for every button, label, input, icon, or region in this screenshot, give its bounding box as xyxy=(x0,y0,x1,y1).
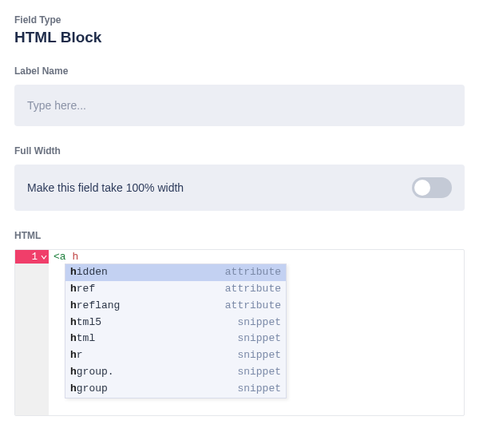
code-token-tag: <a xyxy=(53,251,72,263)
gutter-line-1[interactable]: 1 xyxy=(15,250,49,264)
full-width-row: Make this field take 100% width xyxy=(14,165,465,211)
code-rest[interactable]: hiddenattributehrefattributehreflangattr… xyxy=(49,264,464,415)
autocomplete-item-label: html xyxy=(70,331,95,347)
label-name-label: Label Name xyxy=(14,65,465,77)
code-content[interactable]: <a h xyxy=(49,250,464,264)
autocomplete-item[interactable]: htmlsnippet xyxy=(65,331,286,347)
autocomplete-item[interactable]: hrefattribute xyxy=(65,281,286,298)
code-token-attr: h xyxy=(72,251,78,263)
autocomplete-item-label: html5 xyxy=(70,315,101,331)
full-width-desc: Make this field take 100% width xyxy=(27,181,184,194)
autocomplete-popup[interactable]: hiddenattributehrefattributehreflangattr… xyxy=(65,264,287,398)
field-type-value: HTML Block xyxy=(14,29,465,46)
autocomplete-item-label: hreflang xyxy=(70,299,120,314)
autocomplete-item[interactable]: hrsnippet xyxy=(65,347,286,364)
fold-icon[interactable] xyxy=(41,254,47,260)
autocomplete-item-label: hr xyxy=(70,348,83,363)
autocomplete-item-kind: attribute xyxy=(225,282,281,297)
autocomplete-item-label: hgroup. xyxy=(70,365,114,380)
code-line-1[interactable]: 1 <a h xyxy=(15,250,464,264)
label-name-input[interactable] xyxy=(14,85,465,126)
autocomplete-item[interactable]: hreflangattribute xyxy=(65,298,286,315)
field-type-label: Field Type xyxy=(14,14,465,26)
autocomplete-item-label: hgroup xyxy=(70,382,108,397)
html-editor[interactable]: 1 <a h hiddenattributehrefattributehrefl… xyxy=(14,249,465,416)
autocomplete-item-kind: snippet xyxy=(237,331,281,347)
autocomplete-item-kind: snippet xyxy=(237,348,281,363)
autocomplete-item-label: href xyxy=(70,282,95,297)
autocomplete-item-label: hidden xyxy=(70,265,108,280)
autocomplete-item[interactable]: hgroup.snippet xyxy=(65,364,286,381)
gutter-rest xyxy=(15,264,49,415)
full-width-label: Full Width xyxy=(14,145,465,157)
autocomplete-item[interactable]: html5snippet xyxy=(65,315,286,331)
toggle-knob xyxy=(414,180,430,196)
line-number: 1 xyxy=(32,252,38,263)
autocomplete-item-kind: snippet xyxy=(237,365,281,380)
autocomplete-item-kind: attribute xyxy=(225,265,281,280)
autocomplete-item[interactable]: hiddenattribute xyxy=(65,264,286,281)
autocomplete-item-kind: attribute xyxy=(225,299,281,314)
html-label: HTML xyxy=(14,230,465,241)
full-width-toggle[interactable] xyxy=(412,177,452,198)
autocomplete-item-kind: snippet xyxy=(237,382,281,397)
autocomplete-item-kind: snippet xyxy=(237,315,281,331)
autocomplete-item[interactable]: hgroupsnippet xyxy=(65,381,286,398)
